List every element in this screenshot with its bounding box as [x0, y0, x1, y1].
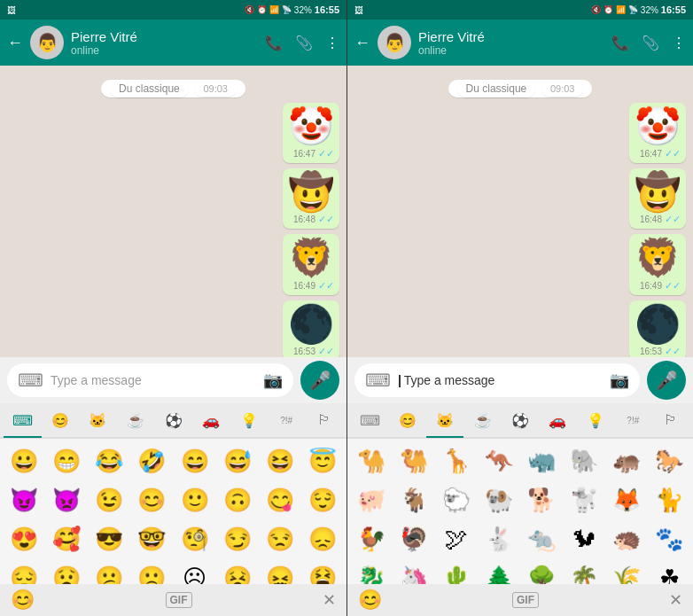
tab-travel-right[interactable]: 🚗: [539, 405, 576, 438]
animal-cell[interactable]: 🌵: [436, 559, 477, 584]
keyboard-bottom-emoji-right[interactable]: 😊: [358, 589, 382, 612]
animal-cell[interactable]: ☘: [649, 559, 689, 584]
tab-flags-left[interactable]: 🏳: [306, 405, 344, 437]
animal-cell[interactable]: 🦒: [436, 442, 477, 480]
emoji-cell[interactable]: 😎: [89, 520, 129, 558]
message-input-right[interactable]: Type a message: [398, 373, 603, 387]
emoji-cell[interactable]: 🤣: [131, 442, 172, 480]
emoji-cell[interactable]: 😣: [217, 559, 258, 584]
phone-icon-left[interactable]: 📞: [265, 35, 283, 51]
animal-cell[interactable]: 🦛: [606, 442, 647, 480]
emoji-cell[interactable]: 😔: [4, 559, 44, 584]
animal-cell[interactable]: 🐎: [649, 442, 689, 480]
tab-keyboard-right[interactable]: ⌨: [351, 405, 388, 438]
animal-cell[interactable]: 🌳: [521, 559, 562, 584]
animal-cell[interactable]: 🐈: [649, 481, 689, 519]
emoji-cell[interactable]: 😀: [4, 442, 44, 480]
message-input-box-right[interactable]: ⌨ Type a message 📷: [354, 363, 640, 397]
emoji-cell[interactable]: 😟: [46, 559, 87, 584]
animal-cell[interactable]: 🦏: [521, 442, 562, 480]
emoji-cell[interactable]: 🙁: [131, 559, 172, 584]
emoji-input-icon-left[interactable]: ⌨: [18, 370, 43, 391]
paperclip-icon-left[interactable]: 📎: [295, 35, 313, 51]
emoji-cell[interactable]: 🙃: [217, 481, 258, 519]
animal-cell[interactable]: 🦔: [606, 520, 647, 558]
emoji-cell[interactable]: 🤓: [131, 520, 172, 558]
emoji-cell[interactable]: 😄: [175, 442, 215, 480]
emoji-cell[interactable]: 😞: [302, 520, 343, 558]
emoji-cell[interactable]: 😏: [217, 520, 258, 558]
emoji-input-icon-right[interactable]: ⌨: [365, 370, 391, 391]
tab-symbols-left[interactable]: ?!#: [268, 409, 306, 434]
animal-cell[interactable]: 🐓: [351, 520, 392, 558]
emoji-cell[interactable]: 😅: [217, 442, 258, 480]
animal-cell[interactable]: 🌲: [479, 559, 519, 584]
animal-cell[interactable]: 🐉: [351, 559, 392, 584]
message-input-box-left[interactable]: ⌨ Type a message 📷: [7, 363, 293, 397]
message-input-left[interactable]: Type a message: [51, 373, 256, 387]
emoji-cell[interactable]: 😇: [302, 442, 343, 480]
animal-cell[interactable]: 🐩: [564, 481, 604, 519]
animal-cell[interactable]: 🐐: [393, 481, 434, 519]
mic-button-right[interactable]: 🎤: [647, 361, 686, 400]
tab-symbols-right[interactable]: ?!#: [614, 409, 651, 434]
animal-cell[interactable]: 🦄: [393, 559, 434, 584]
animal-cell[interactable]: 🕊: [436, 520, 477, 558]
tab-travel-left[interactable]: 🚗: [192, 405, 230, 438]
tab-smiley-left[interactable]: 😊: [42, 405, 80, 438]
mic-button-left[interactable]: 🎤: [300, 361, 339, 400]
animal-cell[interactable]: 🐕: [521, 481, 562, 519]
emoji-cell[interactable]: 😈: [4, 481, 44, 519]
tab-objects-left[interactable]: 💡: [230, 405, 268, 438]
animal-cell[interactable]: 🦃: [393, 520, 434, 558]
tab-smiley-right[interactable]: 😊: [388, 405, 425, 438]
animal-cell[interactable]: 🐏: [479, 481, 519, 519]
animal-cell[interactable]: 🐿: [564, 520, 604, 558]
tab-activity-left[interactable]: ⚽: [154, 405, 192, 438]
animal-cell[interactable]: 🐇: [479, 520, 519, 558]
emoji-cell[interactable]: 😉: [89, 481, 129, 519]
emoji-cell[interactable]: 👿: [46, 481, 87, 519]
menu-icon-right[interactable]: ⋮: [672, 35, 686, 51]
menu-icon-left[interactable]: ⋮: [325, 35, 339, 51]
emoji-cell[interactable]: 😋: [260, 481, 300, 519]
phone-icon-right[interactable]: 📞: [611, 35, 629, 51]
emoji-cell[interactable]: 🧐: [175, 520, 215, 558]
emoji-cell[interactable]: 🥰: [46, 520, 87, 558]
tab-activity-right[interactable]: ⚽: [502, 405, 539, 438]
delete-key-left[interactable]: ✕: [323, 590, 336, 610]
animal-cell[interactable]: 🐀: [521, 520, 562, 558]
camera-icon-left[interactable]: 📷: [263, 370, 283, 390]
tab-keyboard-left[interactable]: ⌨: [4, 405, 42, 438]
animal-cell[interactable]: 🐖: [351, 481, 392, 519]
animal-cell[interactable]: 🐑: [436, 481, 477, 519]
camera-icon-right[interactable]: 📷: [610, 370, 629, 390]
paperclip-icon-right[interactable]: 📎: [642, 35, 659, 51]
emoji-cell[interactable]: 😌: [302, 481, 343, 519]
animal-cell[interactable]: 🌴: [564, 559, 604, 584]
emoji-cell[interactable]: ☹: [175, 559, 215, 584]
gif-label-right[interactable]: GIF: [512, 592, 539, 608]
animal-cell[interactable]: 🐾: [649, 520, 689, 558]
emoji-cell[interactable]: 😂: [89, 442, 129, 480]
animal-cell[interactable]: 🦊: [606, 481, 647, 519]
gif-label-left[interactable]: GIF: [166, 592, 192, 608]
emoji-cell[interactable]: 🙂: [175, 481, 215, 519]
emoji-cell[interactable]: 😕: [89, 559, 129, 584]
animal-cell[interactable]: 🦘: [479, 442, 519, 480]
tab-food-left[interactable]: ☕: [117, 405, 155, 438]
back-button-left[interactable]: ←: [7, 34, 23, 52]
emoji-cell[interactable]: 😁: [46, 442, 87, 480]
emoji-cell[interactable]: 😖: [260, 559, 300, 584]
tab-food-right[interactable]: ☕: [463, 405, 501, 438]
tab-flags-right[interactable]: 🏳: [652, 405, 689, 437]
emoji-cell[interactable]: 😒: [260, 520, 300, 558]
animal-cell[interactable]: 🐪: [351, 442, 392, 480]
animal-cell[interactable]: 🐘: [564, 442, 604, 480]
emoji-cell[interactable]: 😫: [302, 559, 343, 584]
emoji-cell[interactable]: 😆: [260, 442, 300, 480]
animal-cell[interactable]: 🐫: [393, 442, 434, 480]
tab-animal-left[interactable]: 🐱: [79, 405, 117, 438]
delete-key-right[interactable]: ✕: [669, 590, 682, 610]
back-button-right[interactable]: ←: [354, 34, 370, 52]
